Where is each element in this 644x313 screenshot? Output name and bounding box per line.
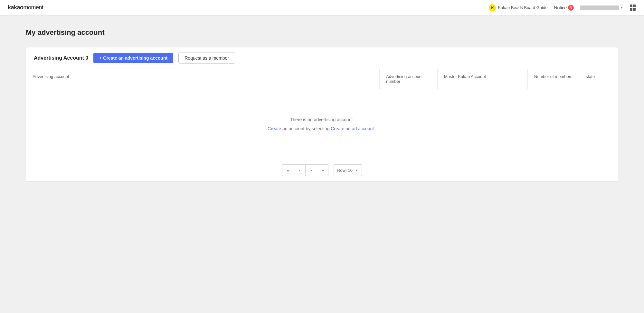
rows-select-chevron-icon: ▼ [355, 169, 358, 172]
account-count-label: Advertising Account 0 [34, 55, 88, 61]
empty-state: There is no advertising account. Create … [26, 89, 618, 159]
create-link-inline[interactable]: Create [268, 126, 281, 131]
apps-grid-icon[interactable] [630, 5, 636, 11]
last-page-button[interactable]: » [317, 164, 328, 176]
page-title: My advertising account [26, 28, 618, 37]
user-menu[interactable]: ▼ [580, 5, 623, 10]
rows-per-page-select[interactable]: Row: 10 ▼ [334, 164, 362, 176]
notice-button[interactable]: Notice N [554, 5, 574, 11]
logo-light: moment [24, 4, 43, 11]
guide-link[interactable]: K Kakao Beads Board Guide [489, 4, 547, 11]
col-num-members: Number of members [528, 69, 579, 89]
main-content: My advertising account Advertising Accou… [0, 15, 644, 194]
rows-per-page-label: Row: 10 [337, 168, 353, 173]
first-page-button[interactable]: « [282, 164, 294, 176]
logo-bold: kakao [8, 4, 24, 11]
header: kakaomoment K Kakao Beads Board Guide No… [0, 0, 644, 15]
guide-label: Kakao Beads Board Guide [498, 5, 547, 10]
advertising-account-card: Advertising Account 0 + Create an advert… [26, 47, 618, 181]
table-header: Advertising account Advertising account … [26, 69, 618, 89]
col-state: state [579, 69, 618, 89]
prev-page-button[interactable]: ‹ [294, 164, 305, 176]
col-master-kakao: Master Kakao Account [438, 69, 528, 89]
empty-line1: There is no advertising account. [33, 115, 611, 124]
notice-label: Notice [554, 5, 567, 10]
empty-line2: Create an account by selecting Create an… [33, 124, 611, 133]
pagination-controls: « ‹ › » [282, 164, 328, 176]
card-header: Advertising Account 0 + Create an advert… [26, 47, 618, 69]
col-account-number: Advertising account number [380, 69, 438, 89]
next-page-button[interactable]: › [305, 164, 317, 176]
header-right: K Kakao Beads Board Guide Notice N ▼ [489, 4, 636, 11]
create-advertising-account-button[interactable]: + Create an advertising account [93, 53, 173, 63]
pagination-bar: « ‹ › » Row: 10 ▼ [26, 159, 618, 181]
user-menu-chevron-icon: ▼ [620, 6, 623, 9]
logo[interactable]: kakaomoment [8, 4, 43, 11]
notice-badge: N [568, 5, 574, 11]
col-advertising-account: Advertising account [26, 69, 380, 89]
request-as-member-button[interactable]: Request as a member [178, 53, 235, 64]
create-ad-account-link[interactable]: Create an ad account [331, 126, 374, 131]
kakao-beads-icon: K [489, 4, 496, 11]
user-email [580, 5, 619, 10]
